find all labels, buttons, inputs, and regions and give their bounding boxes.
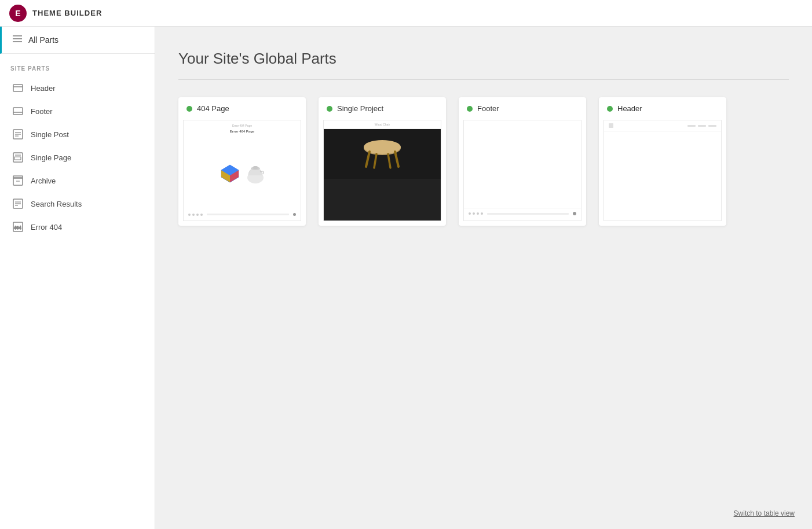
sidebar: All Parts SITE PARTS Header Footer <box>0 27 155 529</box>
card-header-preview <box>603 120 722 221</box>
app-title: THEME BUILDER <box>32 9 102 17</box>
error-404-icon: 404 <box>12 221 24 233</box>
status-dot-header <box>607 106 613 112</box>
single-page-icon <box>12 152 24 163</box>
sidebar-item-error-404-label: Error 404 <box>31 223 62 232</box>
content-area: Your Site's Global Parts 404 Page Error … <box>155 27 812 529</box>
svg-rect-15 <box>13 176 23 178</box>
sidebar-item-single-page-label: Single Page <box>31 153 71 162</box>
svg-rect-34 <box>253 166 258 169</box>
main-layout: All Parts SITE PARTS Header Footer <box>0 27 812 529</box>
cube-preview-icon <box>219 163 241 185</box>
switch-view-button[interactable]: Switch to table view <box>734 509 795 517</box>
all-parts-icon <box>12 35 23 45</box>
sidebar-item-single-page[interactable]: Single Page <box>0 146 155 169</box>
single-post-icon <box>12 128 24 140</box>
card-single-project[interactable]: Single Project Wood Chair <box>319 97 446 226</box>
card-single-project-preview: Wood Chair <box>323 120 441 221</box>
svg-text:404: 404 <box>14 226 21 230</box>
status-dot-404 <box>186 106 192 112</box>
sidebar-item-search-results[interactable]: Search Results <box>0 192 155 215</box>
search-results-icon <box>12 198 24 210</box>
sidebar-all-parts[interactable]: All Parts <box>0 27 155 54</box>
card-footer-header: Footer <box>459 97 586 120</box>
svg-rect-5 <box>13 108 23 115</box>
card-footer-title: Footer <box>477 104 499 113</box>
sidebar-item-archive-label: Archive <box>31 177 56 185</box>
card-404-page[interactable]: 404 Page Error 404 Page Error 404 Page <box>178 97 306 226</box>
sidebar-item-error-404[interactable]: 404 Error 404 <box>0 215 155 238</box>
archive-icon <box>12 175 24 186</box>
sidebar-item-single-post-label: Single Post <box>31 130 69 139</box>
svg-rect-3 <box>13 85 23 91</box>
card-single-project-header: Single Project <box>319 97 446 120</box>
card-footer-preview <box>463 120 581 221</box>
card-404-preview: Error 404 Page Error 404 Page <box>183 120 301 221</box>
svg-line-39 <box>374 154 376 168</box>
topbar: E THEME BUILDER <box>0 0 812 27</box>
svg-line-38 <box>395 152 398 167</box>
sidebar-item-header-label: Header <box>31 84 56 93</box>
sidebar-item-header[interactable]: Header <box>0 76 155 100</box>
sidebar-item-single-post[interactable]: Single Post <box>0 123 155 146</box>
svg-line-40 <box>388 154 390 168</box>
footer-icon <box>12 105 24 117</box>
site-parts-section-label: SITE PARTS <box>0 54 155 76</box>
sidebar-item-search-results-label: Search Results <box>31 200 82 208</box>
all-parts-label: All Parts <box>28 35 58 45</box>
card-header[interactable]: Header <box>599 97 726 226</box>
status-dot-single-project <box>327 106 332 112</box>
card-404-header: 404 Page <box>178 97 306 120</box>
elementor-logo[interactable]: E <box>9 5 27 22</box>
sidebar-item-footer[interactable]: Footer <box>0 100 155 123</box>
cards-grid: 404 Page Error 404 Page Error 404 Page <box>178 97 789 226</box>
card-footer[interactable]: Footer <box>459 97 586 226</box>
stool-top-preview <box>359 137 405 171</box>
kettle-preview-icon <box>246 163 265 185</box>
page-title: Your Site's Global Parts <box>178 50 789 68</box>
status-dot-footer <box>467 106 473 112</box>
content-divider <box>178 79 789 80</box>
card-header-title: Header <box>617 104 642 113</box>
card-header-header: Header <box>599 97 726 120</box>
svg-rect-13 <box>14 157 21 160</box>
card-single-project-title: Single Project <box>337 104 383 113</box>
sidebar-item-archive[interactable]: Archive <box>0 169 155 192</box>
header-icon <box>12 82 24 94</box>
card-404-title: 404 Page <box>197 104 229 113</box>
svg-line-37 <box>366 152 370 167</box>
sidebar-item-footer-label: Footer <box>31 107 53 116</box>
